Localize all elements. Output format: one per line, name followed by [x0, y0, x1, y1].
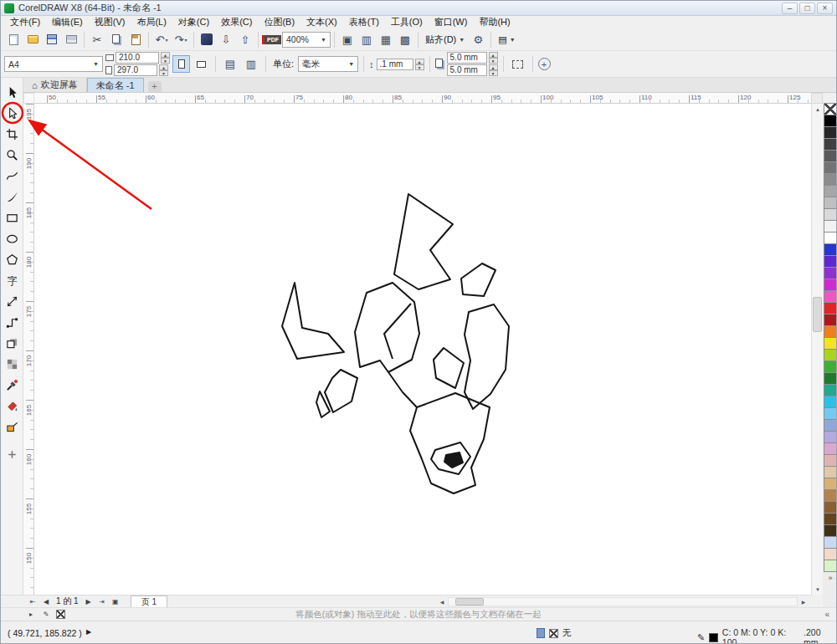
vertical-ruler[interactable]: 195190185180175170165160155150: [23, 104, 34, 595]
pick-tool[interactable]: [1, 82, 23, 103]
fullscreen-preview-button[interactable]: ▣: [338, 30, 357, 49]
tab-welcome-screen[interactable]: ⌂ 欢迎屏幕: [23, 78, 87, 92]
color-swatch[interactable]: [824, 325, 837, 338]
new-tab-button[interactable]: +: [148, 81, 162, 92]
first-page-button[interactable]: ⇤: [28, 598, 38, 606]
spin-up-button[interactable]: ▲: [161, 52, 170, 58]
color-swatch[interactable]: [824, 454, 837, 467]
color-swatch[interactable]: [824, 360, 837, 373]
eyedropper-tool[interactable]: [1, 375, 23, 396]
menu-item-10[interactable]: 工具(O): [385, 16, 429, 28]
color-swatch[interactable]: [824, 150, 837, 162]
color-swatch[interactable]: [824, 220, 837, 233]
horizontal-scroll-track[interactable]: [448, 597, 798, 606]
export-button[interactable]: ⇧: [236, 30, 254, 49]
polygon-tool[interactable]: [1, 249, 23, 270]
add-button[interactable]: +: [538, 58, 551, 70]
search-content-button[interactable]: [198, 30, 216, 49]
print-button[interactable]: [62, 30, 80, 49]
expand-arrow-icon[interactable]: ▸: [26, 611, 36, 618]
menu-item-7[interactable]: 位图(B): [258, 16, 300, 28]
vertical-scroll-thumb[interactable]: [813, 297, 822, 332]
ruler-corner[interactable]: [23, 93, 34, 104]
last-page-button[interactable]: ⇥: [97, 598, 107, 606]
scroll-left-button[interactable]: ◀: [436, 596, 448, 607]
color-swatch[interactable]: [824, 138, 837, 151]
scroll-down-button[interactable]: ▼: [812, 584, 824, 595]
color-swatch[interactable]: [824, 243, 837, 256]
zoom-tool[interactable]: [1, 145, 23, 166]
color-swatch[interactable]: [824, 232, 837, 244]
tab-untitled-document[interactable]: 未命名 -1: [87, 78, 144, 92]
zoom-level-select[interactable]: 400%▼: [282, 32, 331, 48]
show-grid-button[interactable]: ▦: [377, 30, 395, 49]
color-swatch[interactable]: [824, 396, 837, 408]
no-color-well[interactable]: [56, 610, 65, 619]
menu-item-11[interactable]: 窗口(W): [429, 16, 474, 28]
transparency-tool[interactable]: [1, 354, 23, 375]
spin-down-button[interactable]: ▼: [489, 58, 498, 64]
menu-item-9[interactable]: 表格(T): [343, 16, 385, 28]
color-swatch[interactable]: [824, 290, 837, 303]
snap-to-button[interactable]: 贴齐(D)▼: [422, 30, 468, 49]
dropdown-caret-icon[interactable]: ▾: [184, 37, 187, 43]
add-page-button[interactable]: ▣: [110, 598, 121, 606]
freehand-tool[interactable]: [1, 166, 23, 187]
horizontal-scrollbar[interactable]: ◀ ▶: [436, 596, 809, 607]
color-swatch[interactable]: [824, 466, 837, 478]
artistic-media-tool[interactable]: [1, 187, 23, 207]
all-pages-settings-button[interactable]: ▥: [242, 55, 260, 74]
show-guidelines-button[interactable]: ▩: [396, 30, 414, 49]
color-swatch[interactable]: [824, 372, 837, 385]
vertical-scrollbar[interactable]: ▲ ▼: [811, 104, 823, 595]
spin-down-button[interactable]: ▼: [489, 70, 498, 76]
color-swatch[interactable]: [824, 431, 837, 443]
portrait-button[interactable]: [172, 55, 190, 73]
vertical-scroll-track[interactable]: [812, 115, 823, 584]
treat-as-filled-button[interactable]: [509, 55, 527, 74]
connector-tool[interactable]: [1, 312, 23, 333]
horizontal-ruler[interactable]: 50556065707580859095100105110115120125: [34, 93, 811, 104]
color-swatch[interactable]: [824, 442, 837, 455]
text-tool[interactable]: 字: [1, 270, 23, 291]
palette-eyedropper-icon[interactable]: ✎: [41, 611, 51, 618]
color-swatch[interactable]: [824, 161, 837, 174]
dock-collapse-icon[interactable]: «: [824, 610, 829, 619]
menu-item-12[interactable]: 帮助(H): [473, 16, 516, 28]
crop-tool[interactable]: [1, 124, 23, 145]
color-swatch[interactable]: [824, 501, 837, 514]
color-swatch[interactable]: [824, 548, 837, 560]
scroll-right-button[interactable]: ▶: [798, 596, 809, 607]
color-swatch[interactable]: [824, 302, 837, 314]
previous-page-button[interactable]: ◀: [41, 598, 51, 606]
no-color-swatch[interactable]: [824, 103, 837, 115]
menu-item-2[interactable]: 编辑(E): [46, 16, 89, 28]
color-swatch[interactable]: [824, 197, 837, 209]
color-swatch[interactable]: [824, 524, 837, 537]
ellipse-tool[interactable]: [1, 228, 23, 249]
color-swatch[interactable]: [824, 208, 837, 221]
menu-item-8[interactable]: 文本(X): [300, 16, 343, 28]
ruler-options-button[interactable]: [811, 93, 823, 104]
color-swatch[interactable]: [824, 560, 837, 572]
units-select[interactable]: 毫米▼: [298, 56, 358, 72]
color-swatch[interactable]: [824, 255, 837, 268]
menu-item-5[interactable]: 对象(C): [172, 16, 215, 28]
menu-item-1[interactable]: 文件(F): [4, 16, 46, 28]
menu-item-6[interactable]: 效果(C): [215, 16, 258, 28]
publish-pdf-button[interactable]: PDF: [262, 30, 281, 49]
color-swatch[interactable]: [824, 407, 837, 420]
spin-up-button[interactable]: ▲: [415, 59, 424, 64]
close-button[interactable]: ×: [817, 3, 833, 14]
color-swatch[interactable]: [824, 419, 837, 432]
redo-button[interactable]: ↷▾: [172, 30, 190, 49]
horizontal-scroll-thumb[interactable]: [455, 598, 484, 606]
landscape-button[interactable]: [193, 55, 210, 73]
color-swatch[interactable]: [824, 337, 837, 350]
color-swatch[interactable]: [824, 489, 837, 502]
spin-up-button[interactable]: ▲: [489, 52, 498, 58]
menu-item-3[interactable]: 视图(V): [89, 16, 131, 28]
page-tab[interactable]: 页 1: [131, 595, 167, 607]
color-swatch[interactable]: [824, 115, 837, 127]
new-document-button[interactable]: [4, 30, 23, 49]
